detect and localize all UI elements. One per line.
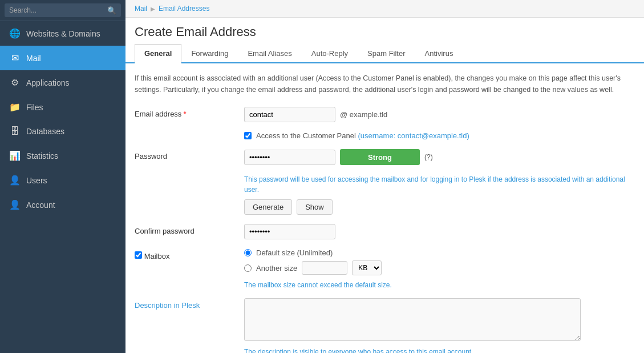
description-row: Description in Plesk The description is … — [135, 298, 635, 353]
confirm-password-controls — [244, 224, 335, 239]
email-domain-label: @ example.tld — [340, 110, 387, 119]
page-title: Create Email Address — [125, 18, 644, 44]
sidebar-item-label: Applications — [26, 78, 116, 87]
size-warning: The mailbox size cannot exceed the defau… — [244, 281, 392, 289]
sidebar-item-databases[interactable]: 🗄 Databases — [0, 119, 125, 143]
info-text: If this email account is associated with… — [135, 73, 635, 95]
sidebar-item-mail[interactable]: ✉ Mail — [0, 46, 125, 70]
sidebar: 🔍 🌐 Websites & Domains ✉ Mail ⚙ Applicat… — [0, 0, 125, 353]
globe-icon: 🌐 — [9, 28, 21, 39]
tabs-bar: General Forwarding Email Aliases Auto-Re… — [125, 44, 644, 63]
tab-content-general: If this email account is associated with… — [125, 63, 644, 353]
another-size-input[interactable] — [302, 261, 347, 275]
another-size-option: Another size KB MB — [244, 260, 392, 275]
sidebar-item-statistics[interactable]: 📊 Statistics — [0, 143, 125, 168]
breadcrumb-separator: ▶ — [151, 6, 155, 12]
account-icon: 👤 — [9, 199, 21, 210]
password-controls: Strong (?) — [244, 149, 433, 165]
access-username-link[interactable]: (username: contact@example.tld) — [358, 131, 469, 140]
sidebar-nav: 🌐 Websites & Domains ✉ Mail ⚙ Applicatio… — [0, 21, 125, 217]
size-unit-select[interactable]: KB MB — [352, 260, 382, 275]
tab-antivirus[interactable]: Antivirus — [415, 44, 463, 63]
statistics-icon: 📊 — [9, 150, 21, 161]
users-icon: 👤 — [9, 175, 21, 186]
description-textarea[interactable] — [244, 298, 581, 341]
tab-email-aliases[interactable]: Email Aliases — [238, 44, 301, 63]
required-star: * — [183, 110, 186, 118]
description-hint: The description is visible to everyone w… — [244, 348, 473, 353]
mailbox-checkbox[interactable] — [135, 251, 142, 259]
tab-general[interactable]: General — [135, 44, 181, 63]
applications-icon: ⚙ — [9, 77, 21, 88]
search-box: 🔍 — [0, 0, 125, 21]
mailbox-row: Mailbox Default size (Unlimited) Another… — [135, 248, 635, 289]
access-checkbox-row: Access to the Customer Panel (username: … — [135, 131, 635, 140]
search-icon: 🔍 — [107, 6, 116, 15]
password-help-link[interactable]: (?) — [424, 153, 433, 161]
default-size-option: Default size (Unlimited) — [244, 248, 392, 257]
sidebar-item-users[interactable]: 👤 Users — [0, 168, 125, 192]
breadcrumb-email-addresses[interactable]: Email Addresses — [159, 5, 209, 13]
mailbox-label: Mailbox — [144, 252, 170, 260]
email-label: Email address* — [135, 107, 237, 118]
sidebar-item-label: Mail — [26, 54, 116, 63]
description-label: Description in Plesk — [135, 298, 237, 310]
main-content: Mail ▶ Email Addresses Create Email Addr… — [125, 0, 644, 353]
show-button[interactable]: Show — [297, 199, 333, 215]
sidebar-item-files[interactable]: 📁 Files — [0, 95, 125, 119]
password-strength-bar: Strong — [340, 149, 420, 165]
files-icon: 📁 — [9, 102, 21, 113]
access-checkbox[interactable] — [244, 132, 252, 139]
breadcrumb: Mail ▶ Email Addresses — [125, 0, 644, 18]
tab-auto-reply[interactable]: Auto-Reply — [302, 44, 358, 63]
mail-icon: ✉ — [9, 53, 21, 63]
email-controls: @ example.tld — [244, 107, 387, 122]
sidebar-item-label: Files — [26, 103, 116, 112]
mailbox-size-options: Default size (Unlimited) Another size KB… — [244, 248, 392, 289]
email-address-row: Email address* @ example.tld — [135, 107, 635, 122]
password-input[interactable] — [244, 150, 335, 165]
databases-icon: 🗄 — [9, 126, 21, 137]
sidebar-item-label: Databases — [26, 127, 116, 136]
sidebar-item-websites-domains[interactable]: 🌐 Websites & Domains — [0, 21, 125, 46]
confirm-password-label: Confirm password — [135, 224, 237, 235]
password-row: Password Strong (?) — [135, 149, 635, 165]
another-size-label: Another size — [256, 264, 297, 272]
mailbox-controls: Default size (Unlimited) Another size KB… — [244, 248, 392, 289]
password-hint: This password will be used for accessing… — [135, 174, 635, 195]
tab-spam-filter[interactable]: Spam Filter — [358, 44, 415, 63]
password-label: Password — [135, 149, 237, 161]
generate-button[interactable]: Generate — [244, 199, 292, 215]
sidebar-item-account[interactable]: 👤 Account — [0, 192, 125, 217]
description-controls: The description is visible to everyone w… — [244, 298, 581, 353]
another-size-radio[interactable] — [244, 264, 252, 272]
email-input[interactable] — [244, 107, 335, 122]
sidebar-item-label: Account — [26, 200, 116, 210]
access-label: Access to the Customer Panel (username: … — [256, 131, 469, 140]
sidebar-item-label: Statistics — [26, 151, 116, 161]
search-input[interactable] — [5, 3, 121, 17]
password-btn-row: Generate Show — [135, 199, 635, 215]
default-size-label: Default size (Unlimited) — [256, 248, 333, 257]
confirm-password-input[interactable] — [244, 224, 335, 239]
confirm-password-row: Confirm password — [135, 224, 635, 239]
sidebar-item-label: Websites & Domains — [26, 29, 116, 38]
default-size-radio[interactable] — [244, 249, 252, 256]
breadcrumb-mail[interactable]: Mail — [135, 5, 147, 13]
sidebar-item-applications[interactable]: ⚙ Applications — [0, 70, 125, 95]
mailbox-label-cell: Mailbox — [135, 248, 237, 260]
tab-forwarding[interactable]: Forwarding — [181, 44, 238, 63]
sidebar-item-label: Users — [26, 176, 116, 185]
